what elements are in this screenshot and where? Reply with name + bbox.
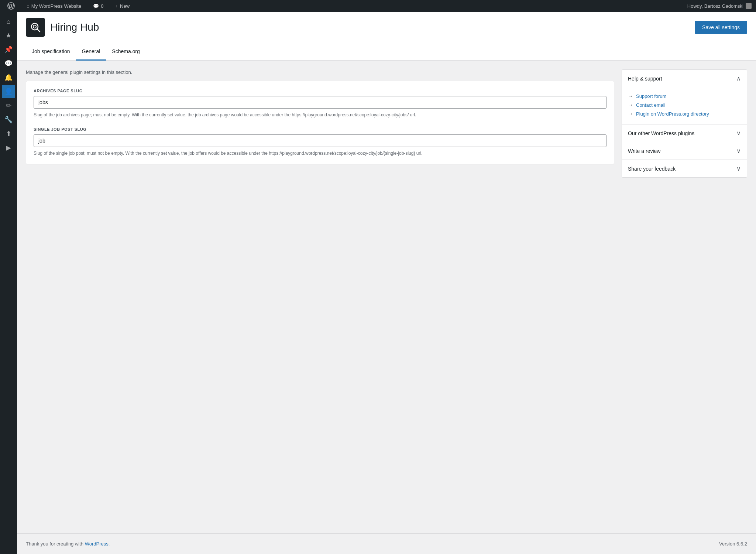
chevron-down-icon: ∨ [736,165,741,172]
arrow-icon: → [628,102,633,108]
page-title: Hiring Hub [50,21,99,33]
contact-email-link[interactable]: → Contact email [628,100,741,109]
tab-general[interactable]: General [76,43,106,61]
plugin-directory-link[interactable]: → Plugin on WordPress.org directory [628,109,741,118]
sidebar-item-posts[interactable]: ★ [2,29,15,42]
arrow-icon: → [628,111,633,117]
help-support-header[interactable]: Help & support ∧ [622,70,747,87]
other-plugins-header[interactable]: Our other WordPress plugins ∨ [622,124,747,142]
chevron-up-icon: ∧ [736,75,741,82]
single-slug-field-group: SINGLE JOB POST SLUG Slug of the single … [34,127,606,157]
sidebar-item-tools[interactable]: 🔧 [2,113,15,126]
svg-point-2 [33,25,36,28]
footer-version: Version 6.6.2 [719,541,747,547]
section-description: Manage the general plugin settings in th… [26,69,614,75]
archives-slug-field-group: ARCHIVES PAGE SLUG Slug of the job archi… [34,89,606,118]
single-slug-help: Slug of the single job post; must not be… [34,150,606,157]
archives-slug-input[interactable] [34,96,606,109]
help-support-body: → Support forum → Contact email → Plugin… [622,87,747,124]
plugin-tabs: Job specification General Schema.org [17,43,756,61]
single-slug-label: SINGLE JOB POST SLUG [34,127,606,131]
tab-job-specification[interactable]: Job specification [26,43,76,61]
adminbar-comments[interactable]: 💬 0 [90,0,106,12]
plugin-header: Hiring Hub Save all settings [17,12,756,43]
archives-slug-label: ARCHIVES PAGE SLUG [34,89,606,93]
adminbar-user: Howdy, Bartosz Gadomski [687,3,752,9]
plugin-logo [26,18,45,37]
wordpress-link[interactable]: WordPress [85,541,109,547]
save-all-settings-button[interactable]: Save all settings [695,21,747,34]
settings-card: ARCHIVES PAGE SLUG Slug of the job archi… [26,81,614,164]
admin-bar: ⌂ My WordPress Website 💬 0 + New Howdy, … [0,0,756,12]
settings-sidebar: Help & support ∧ → Support forum → Conta… [622,69,747,178]
sidebar-section-write-review: Write a review ∨ [622,142,747,160]
write-review-header[interactable]: Write a review ∨ [622,142,747,160]
support-forum-link[interactable]: → Support forum [628,92,741,100]
sidebar-item-notifications[interactable]: 🔔 [2,71,15,84]
settings-main: Manage the general plugin settings in th… [26,69,614,164]
footer-credit: Thank you for creating with WordPress. [26,541,110,547]
sidebar-item-updates[interactable]: ⬆ [2,127,15,140]
archives-slug-help: Slug of the job archives page; must not … [34,112,606,118]
sidebar-item-comments[interactable]: 💬 [2,57,15,70]
svg-line-1 [37,29,40,32]
sidebar-section-help-support: Help & support ∧ → Support forum → Conta… [622,70,747,124]
chevron-down-icon: ∨ [736,130,741,137]
sidebar-item-users[interactable]: 👤 [2,85,15,98]
tab-schema-org[interactable]: Schema.org [106,43,145,61]
sidebar-item-edit[interactable]: ✏ [2,99,15,112]
sidebar-item-play[interactable]: ▶ [2,141,15,154]
sidebar-item-dashboard[interactable]: ⌂ [2,15,15,28]
sidebar-card: Help & support ∧ → Support forum → Conta… [622,69,747,178]
single-slug-input[interactable] [34,134,606,147]
admin-sidebar: ⌂ ★ 📌 💬 🔔 👤 ✏ 🔧 ⬆ ▶ [0,12,17,554]
sidebar-item-pinned[interactable]: 📌 [2,43,15,56]
avatar [746,3,752,9]
adminbar-new[interactable]: + New [112,0,133,12]
wp-footer: Thank you for creating with WordPress. V… [17,533,756,554]
arrow-icon: → [628,93,633,99]
adminbar-site-name[interactable]: ⌂ My WordPress Website [24,0,84,12]
share-feedback-header[interactable]: Share your feedback ∨ [622,160,747,177]
sidebar-section-share-feedback: Share your feedback ∨ [622,160,747,177]
sidebar-section-other-plugins: Our other WordPress plugins ∨ [622,124,747,142]
adminbar-wp-logo[interactable] [4,0,18,12]
chevron-down-icon: ∨ [736,147,741,154]
